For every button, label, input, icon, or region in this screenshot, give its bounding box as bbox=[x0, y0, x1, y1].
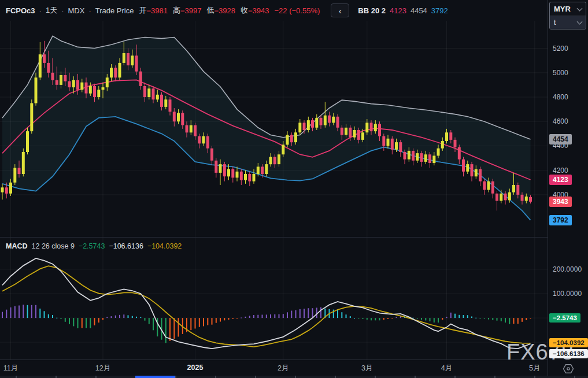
symbol-name[interactable]: FCPOc3 bbox=[6, 6, 35, 15]
macd-signal-line bbox=[2, 266, 531, 347]
chevron-down-icon bbox=[577, 5, 583, 11]
scroll-segment-divider bbox=[375, 376, 376, 378]
bb-upper-value: 4454 bbox=[411, 6, 427, 15]
interval-label[interactable]: 1天 bbox=[46, 5, 57, 16]
price-badge: 4454 bbox=[549, 134, 572, 144]
price-badge: 3792 bbox=[549, 215, 572, 225]
scroll-segment-divider bbox=[295, 376, 296, 378]
time-axis-label[interactable]: 3月 bbox=[361, 364, 372, 373]
scroll-segment-divider bbox=[454, 376, 456, 378]
time-axis-label[interactable]: 2月 bbox=[278, 364, 289, 373]
macd-tick-label: 100.0000 bbox=[553, 290, 582, 298]
axis-unit-selector: MYR t bbox=[549, 2, 586, 29]
price-tick-label: 5200 bbox=[553, 45, 568, 53]
price-badge: 4123 bbox=[549, 175, 572, 185]
time-axis-label[interactable]: 11月 bbox=[3, 364, 18, 373]
scroll-segment-divider bbox=[255, 376, 256, 378]
collapse-legend-button[interactable]: ‹ bbox=[331, 3, 349, 17]
time-axis[interactable]: 11月12月20252月3月4月5月 bbox=[0, 360, 548, 375]
scroll-active-segment[interactable] bbox=[135, 376, 175, 378]
price-axis[interactable]: MYR t 5200500048004600440042004000200.00… bbox=[548, 0, 588, 378]
time-axis-label[interactable]: 12月 bbox=[95, 364, 110, 373]
price-tick-label: 5000 bbox=[553, 69, 568, 77]
scroll-segment-divider bbox=[16, 376, 17, 378]
macd-badge: −106.6136 bbox=[549, 349, 588, 358]
bb-indicator-label[interactable]: BB 20 2 bbox=[358, 6, 386, 15]
macd-line bbox=[2, 258, 531, 349]
macd-signal-value: −104.0392 bbox=[147, 242, 182, 250]
ohlc-low: 低=3928 bbox=[206, 5, 235, 16]
macd-params: 12 26 close 9 bbox=[32, 242, 75, 250]
unit-value: t bbox=[554, 18, 556, 27]
macd-hist-value: −2.5743 bbox=[79, 242, 105, 250]
macd-title[interactable]: MACD bbox=[6, 242, 28, 250]
macd-badge: −104.0392 bbox=[549, 338, 588, 347]
scroll-segment-divider bbox=[215, 376, 216, 378]
scroll-segment-divider bbox=[335, 376, 336, 378]
macd-line-value: −106.6136 bbox=[109, 242, 143, 250]
ohlc-close: 收=3943 bbox=[241, 5, 269, 16]
price-badge: 3943 bbox=[549, 197, 572, 207]
scroll-segment-divider bbox=[574, 376, 575, 378]
scroll-segment-divider bbox=[494, 376, 495, 378]
scroll-segment-divider bbox=[175, 376, 176, 378]
chart-canvas[interactable] bbox=[0, 0, 548, 378]
price-tick-label: 4600 bbox=[553, 117, 568, 125]
price-tick-label: 4200 bbox=[553, 166, 568, 175]
chevron-left-icon: ‹ bbox=[339, 6, 342, 15]
currency-value: MYR bbox=[554, 5, 571, 13]
time-axis-label[interactable]: 5月 bbox=[529, 364, 540, 373]
bb-mid-value: 4123 bbox=[390, 6, 406, 15]
exchange-label[interactable]: MDX bbox=[68, 6, 85, 15]
series-type-label[interactable]: Trade Price bbox=[95, 6, 134, 15]
unit-dropdown[interactable]: t bbox=[550, 16, 586, 29]
separator: · bbox=[88, 6, 91, 15]
chevron-down-icon bbox=[577, 19, 583, 25]
scroll-segment-divider bbox=[95, 376, 97, 378]
time-axis-label[interactable]: 2025 bbox=[187, 364, 204, 372]
bb-fill bbox=[2, 36, 531, 220]
bottom-scroll-bar[interactable] bbox=[0, 376, 588, 378]
separator: · bbox=[61, 6, 64, 15]
time-axis-label[interactable]: 4月 bbox=[441, 364, 452, 373]
currency-dropdown[interactable]: MYR bbox=[550, 2, 586, 16]
macd-badge: −2.5743 bbox=[549, 313, 580, 323]
scroll-segment-divider bbox=[534, 376, 535, 378]
scroll-segment-divider bbox=[56, 376, 57, 378]
scroll-segment-divider bbox=[415, 376, 416, 378]
trading-chart-app: FX678 FCPOc3 · 1天 · MDX · Trade Price 开=… bbox=[0, 0, 588, 378]
change-value: −22 (−0.55%) bbox=[275, 6, 320, 15]
macd-tick-label: 200.0000 bbox=[553, 265, 582, 273]
chart-legend-toolbar: FCPOc3 · 1天 · MDX · Trade Price 开=3981 高… bbox=[6, 0, 448, 21]
ohlc-open: 开=3981 bbox=[139, 5, 168, 16]
price-tick-label: 4800 bbox=[553, 93, 568, 101]
bb-lower-value: 3792 bbox=[431, 6, 448, 15]
ohlc-high: 高=3997 bbox=[173, 5, 202, 16]
macd-legend: MACD 12 26 close 9 −2.5743 −106.6136 −10… bbox=[6, 242, 182, 250]
separator: · bbox=[39, 6, 42, 15]
